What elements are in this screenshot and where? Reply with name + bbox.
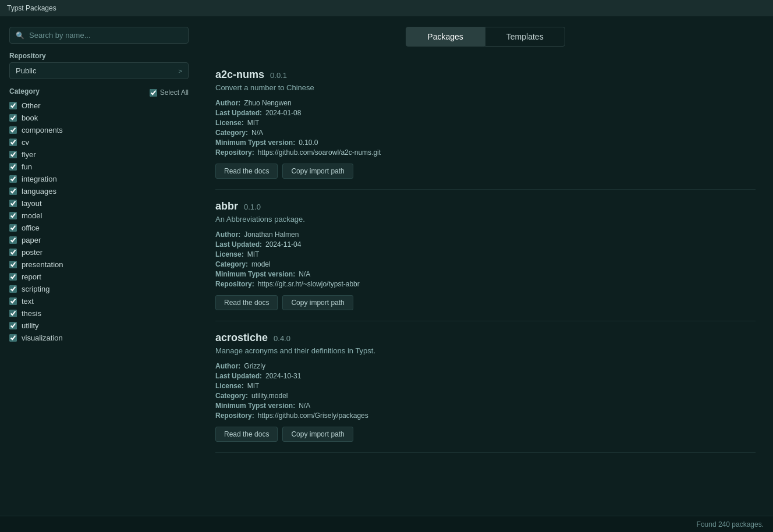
category-checkbox-paper[interactable] xyxy=(9,236,17,244)
packages-tab[interactable]: Packages xyxy=(406,27,484,47)
license-val: MIT xyxy=(247,250,260,258)
license-val: MIT xyxy=(247,119,260,127)
mintypst-val: N/A xyxy=(299,402,310,410)
repository-selector[interactable]: Public > xyxy=(9,62,189,79)
category-item-book[interactable]: book xyxy=(9,114,189,122)
meta-category-row: Category: model xyxy=(215,260,756,268)
license-key: License: xyxy=(215,250,244,258)
repo-val: https://git.sr.ht/~slowjo/typst-abbr xyxy=(258,280,360,288)
category-checkbox-cv[interactable] xyxy=(9,139,17,146)
updated-val: 2024-11-04 xyxy=(265,240,301,249)
read-docs-button[interactable]: Read the docs xyxy=(215,295,278,310)
category-item-model[interactable]: model xyxy=(9,211,189,220)
package-list: a2c-nums 0.0.1 Convert a number to Chine… xyxy=(198,52,773,464)
chevron-right-icon: > xyxy=(179,68,182,75)
category-item-cv[interactable]: cv xyxy=(9,138,189,147)
category-checkbox-presentation[interactable] xyxy=(9,261,17,268)
repo-val: https://github.com/soarowl/a2c-nums.git xyxy=(258,148,381,157)
category-item-label-presentation: presentation xyxy=(22,260,63,269)
category-checkbox-flyer[interactable] xyxy=(9,151,17,158)
meta-license-row: License: MIT xyxy=(215,119,756,127)
category-section: Category Select All Otherbookcomponentsc… xyxy=(9,87,189,342)
meta-license-row: License: MIT xyxy=(215,250,756,258)
category-item-label-visualization: visualization xyxy=(22,334,63,342)
category-checkbox-languages[interactable] xyxy=(9,187,17,195)
category-header: Category Select All xyxy=(9,87,189,98)
category-checkbox-visualization[interactable] xyxy=(9,334,17,342)
category-item-label-cv: cv xyxy=(22,138,29,147)
category-checkbox-thesis[interactable] xyxy=(9,310,17,317)
repository-section: Repository Public > xyxy=(9,52,189,79)
package-card-0: a2c-nums 0.0.1 Convert a number to Chine… xyxy=(215,58,756,190)
meta-updated-row: Last Updated: 2024-01-08 xyxy=(215,109,756,117)
category-item-other[interactable]: Other xyxy=(9,101,189,110)
author-key: Author: xyxy=(215,362,240,370)
repo-key: Repository: xyxy=(215,280,254,288)
select-all[interactable]: Select All xyxy=(150,88,189,97)
category-checkbox-report[interactable] xyxy=(9,273,17,281)
category-checkbox-other[interactable] xyxy=(9,102,17,109)
category-checkbox-book[interactable] xyxy=(9,114,17,122)
main-layout: 🔍 Repository Public > Category Select Al… xyxy=(0,16,773,516)
package-version: 0.4.0 xyxy=(274,334,290,343)
meta-mintypst-row: Minimum Typst version: N/A xyxy=(215,402,756,410)
package-name: acrostiche xyxy=(215,332,268,344)
category-checkbox-fun[interactable] xyxy=(9,163,17,171)
read-docs-button[interactable]: Read the docs xyxy=(215,427,278,442)
category-item-layout[interactable]: layout xyxy=(9,199,189,208)
category-list: Otherbookcomponentscvflyerfunintegration… xyxy=(9,101,189,342)
category-item-flyer[interactable]: flyer xyxy=(9,150,189,159)
category-item-label-paper: paper xyxy=(22,236,41,244)
meta-updated-row: Last Updated: 2024-11-04 xyxy=(215,240,756,249)
category-checkbox-text[interactable] xyxy=(9,297,17,305)
category-checkbox-scripting[interactable] xyxy=(9,285,17,293)
title-bar-label: Typst Packages xyxy=(7,4,56,12)
copy-import-button[interactable]: Copy import path xyxy=(282,427,353,442)
category-checkbox-office[interactable] xyxy=(9,224,17,232)
category-item-paper[interactable]: paper xyxy=(9,236,189,244)
templates-tab[interactable]: Templates xyxy=(485,27,565,47)
sidebar: 🔍 Repository Public > Category Select Al… xyxy=(0,16,198,516)
category-item-visualization[interactable]: visualization xyxy=(9,334,189,342)
read-docs-button[interactable]: Read the docs xyxy=(215,164,278,179)
mintypst-key: Minimum Typst version: xyxy=(215,270,295,278)
category-key: Category: xyxy=(215,129,248,137)
category-checkbox-utility[interactable] xyxy=(9,322,17,329)
category-item-office[interactable]: office xyxy=(9,224,189,232)
meta-license-row: License: MIT xyxy=(215,382,756,390)
copy-import-button[interactable]: Copy import path xyxy=(282,295,353,310)
category-item-fun[interactable]: fun xyxy=(9,162,189,171)
package-title-row: abbr 0.1.0 xyxy=(215,200,756,212)
select-all-label: Select All xyxy=(160,88,189,97)
search-input[interactable] xyxy=(29,31,182,40)
package-meta: Author: Jonathan Halmen Last Updated: 20… xyxy=(215,230,756,288)
category-item-text[interactable]: text xyxy=(9,297,189,306)
category-item-report[interactable]: report xyxy=(9,272,189,281)
category-item-label-flyer: flyer xyxy=(22,150,36,159)
category-checkbox-components[interactable] xyxy=(9,126,17,134)
category-item-poster[interactable]: poster xyxy=(9,248,189,257)
category-item-label-book: book xyxy=(22,114,38,122)
category-item-components[interactable]: components xyxy=(9,126,189,134)
content-area[interactable]: Packages Templates a2c-nums 0.0.1 Conver… xyxy=(198,16,773,516)
category-checkbox-layout[interactable] xyxy=(9,200,17,207)
category-item-label-text: text xyxy=(22,297,34,306)
search-box[interactable]: 🔍 xyxy=(9,27,189,44)
category-item-scripting[interactable]: scripting xyxy=(9,285,189,293)
updated-key: Last Updated: xyxy=(215,240,262,249)
select-all-checkbox[interactable] xyxy=(150,89,157,97)
category-item-thesis[interactable]: thesis xyxy=(9,309,189,318)
updated-key: Last Updated: xyxy=(215,372,262,380)
category-item-integration[interactable]: integration xyxy=(9,175,189,183)
meta-category-row: Category: utility,model xyxy=(215,392,756,400)
package-meta: Author: Grizzly Last Updated: 2024-10-31… xyxy=(215,362,756,420)
category-item-label-utility: utility xyxy=(22,321,39,330)
package-version: 0.0.1 xyxy=(270,71,287,80)
category-item-utility[interactable]: utility xyxy=(9,321,189,330)
category-item-languages[interactable]: languages xyxy=(9,187,189,196)
category-checkbox-model[interactable] xyxy=(9,212,17,219)
copy-import-button[interactable]: Copy import path xyxy=(282,164,353,179)
category-item-presentation[interactable]: presentation xyxy=(9,260,189,269)
category-checkbox-integration[interactable] xyxy=(9,175,17,183)
category-checkbox-poster[interactable] xyxy=(9,249,17,256)
